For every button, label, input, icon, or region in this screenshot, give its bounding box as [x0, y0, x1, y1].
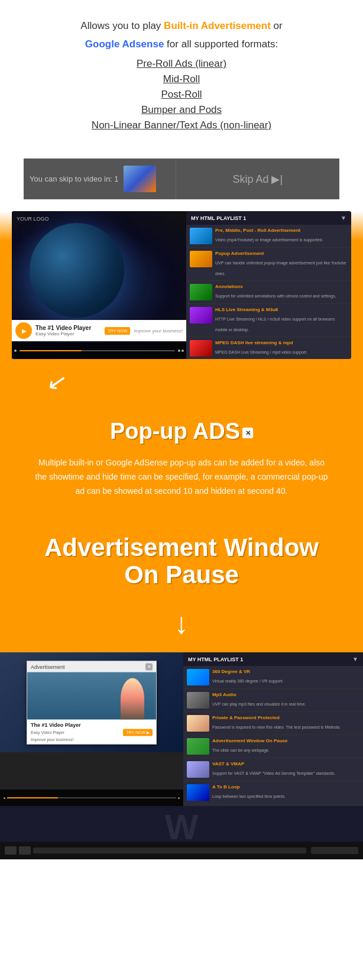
playlist-item-title-0: Pre, Middle, Post - Roll Advertisement: [215, 228, 348, 233]
bottom-playlist-title-3: Advertisement Window On Pause: [212, 738, 288, 743]
bottom-playlist-title-0: 360 Degree & VR: [212, 669, 284, 674]
bottom-playlist-desc-1: UVP can play mp3 files and visualize it …: [212, 702, 306, 706]
bottom-playlist-desc-3: The slide can be any webpage.: [212, 748, 270, 752]
ad-overlay-box: Advertisement ✕ The #1 Video Player Easy…: [27, 661, 157, 744]
skip-ad-button[interactable]: Skip Ad ▶|: [176, 159, 340, 199]
bottom-playlist-item-0[interactable]: 360 Degree & VR Virtual reality 360 degr…: [183, 666, 363, 689]
bottom-playlist-dropdown-icon[interactable]: ▼: [352, 656, 358, 662]
playlist-text-0: Pre, Middle, Post - Roll Advertisement V…: [215, 228, 348, 244]
player-logo: YOUR LOGO: [17, 216, 49, 222]
popup-ads-title: Pop-up ADS✕: [18, 419, 345, 444]
playlist-item-1[interactable]: Popup Advertisement UVP can handle unlim…: [186, 248, 351, 281]
player-ad-banner: The #1 Video Player Easy Video Player TR…: [12, 320, 186, 341]
ad-overlay-header-text: Advertisement: [31, 664, 65, 669]
bottom-video-still: Advertisement ✕ The #1 Video Player Easy…: [0, 652, 183, 752]
bottom-bar-button-1[interactable]: [5, 846, 17, 855]
fullscreen-dot: [182, 350, 184, 352]
google-adsense-text: Google Adsense: [85, 38, 164, 50]
bottom-playlist-desc-5: Loop between two specified time points.: [212, 794, 286, 798]
bottom-playlist-panel: MY HTML PLAYLIST 1 ▼ 360 Degree & VR Vir…: [183, 652, 363, 806]
bottom-player-mockup: YOUR LOGO Advertisement ✕ The #1 Video P…: [0, 652, 363, 806]
popup-ads-title-text: Pop-up ADS: [110, 419, 240, 444]
ad-overlay-sub: Easy Video Player: [31, 730, 64, 735]
formats-list: Pre-Roll Ads (linear) Mid-Roll Post-Roll…: [24, 58, 339, 131]
ad-overlay-try-button[interactable]: TRY NOW ▶: [123, 729, 153, 736]
bottom-playlist-item-3[interactable]: Advertisement Window On Pause The slide …: [183, 735, 363, 758]
bottom-progress-bar[interactable]: [7, 797, 176, 798]
playlist-item-desc-2: Support for unlimited annotations with u…: [215, 294, 336, 298]
volume-control-dot: [178, 350, 180, 352]
bottom-bar-button-2[interactable]: [19, 846, 31, 855]
playlist-item-4[interactable]: MPEG DASH live streaming & mpd MPEG DASH…: [186, 337, 351, 359]
playlist-item-desc-0: Video (mp4/Youtube) or image advertiseme…: [215, 238, 323, 242]
bottom-bar: [0, 842, 363, 859]
bottom-playlist-thumb-5: [187, 784, 209, 801]
progress-bar[interactable]: [20, 350, 175, 351]
progress-fill: [20, 350, 82, 351]
adwindow-title: Advertisement Window On Pause: [12, 534, 351, 588]
playlist-thumb-3: [190, 307, 212, 324]
bottom-playlist-thumb-2: [187, 715, 209, 732]
playlist-thumb-1: [190, 251, 212, 267]
playlist-text-2: Annotations Support for unlimited annota…: [215, 284, 348, 300]
playlist-dropdown-icon[interactable]: ▼: [341, 215, 346, 221]
ad-try-button[interactable]: TRY NOW: [105, 327, 130, 335]
bottom-bar-track: [33, 848, 306, 853]
bottom-playlist-header: MY HTML PLAYLIST 1 ▼: [183, 652, 363, 666]
bottom-playlist-item-5[interactable]: A To B Loop Loop between two specified t…: [183, 781, 363, 804]
ad-overlay-content: [27, 672, 156, 719]
skip-ad-demo: You can skip to video in: 1 Skip Ad ▶|: [24, 159, 339, 199]
bottom-play-icon: [4, 797, 5, 799]
bottom-curved-arrow-icon: ↓: [174, 606, 189, 641]
playlist-item-title-3: HLS Live Streaming & M3u8: [215, 307, 348, 312]
bottom-playlist-text-1: Mp3 Audio UVP can play mp3 files and vis…: [212, 692, 306, 708]
bottom-playlist-text-5: A To B Loop Loop between two specified t…: [212, 784, 286, 800]
bottom-playlist-text-0: 360 Degree & VR Virtual reality 360 degr…: [212, 669, 284, 685]
ad-play-button[interactable]: [15, 322, 32, 339]
playlist-title: MY HTML PLAYLIST 1: [191, 215, 246, 221]
ad-title: The #1 Video Player: [35, 325, 91, 331]
ad-overlay-header: Advertisement ✕: [27, 661, 156, 672]
format-non-linear: Non-Linear Banner/Text Ads (non-linear): [24, 119, 339, 131]
playlist-panel: MY HTML PLAYLIST 1 ▼ Pre, Middle, Post -…: [186, 211, 351, 359]
ad-subtitle: Easy Video Player: [35, 331, 91, 337]
bottom-playlist-desc-2: Password is required to view this video.…: [212, 725, 341, 729]
ad-overlay-bottom-row: Easy Video Player TRY NOW ▶: [31, 729, 153, 736]
playlist-item-3[interactable]: HLS Live Streaming & M3u8 HTTP Live Stre…: [186, 304, 351, 337]
playlist-text-4: MPEG DASH live streaming & mpd MPEG DASH…: [215, 340, 348, 356]
intro-text: Allows you to play: [80, 20, 161, 31]
playlist-item-0[interactable]: Pre, Middle, Post - Roll Advertisement V…: [186, 225, 351, 248]
playlist-header: MY HTML PLAYLIST 1 ▼: [186, 211, 351, 225]
ad-overlay-title: The #1 Video Player: [31, 722, 153, 727]
bottom-playlist-item-4[interactable]: VAST & VMAP Support for VAST & VMAP "Vid…: [183, 758, 363, 781]
playlist-item-2[interactable]: Annotations Support for unlimited annota…: [186, 281, 351, 304]
skip-ad-label: Skip Ad ▶|: [232, 173, 283, 186]
format-mid-roll: Mid-Roll: [24, 73, 339, 85]
ad-overlay-close-button[interactable]: ✕: [145, 663, 153, 670]
arrow-container: ↙: [0, 365, 363, 398]
playlist-item-title-2: Annotations: [215, 284, 348, 289]
ad-text-block: The #1 Video Player Easy Video Player: [35, 325, 91, 337]
ad-overlay-bottom: The #1 Video Player Easy Video Player TR…: [27, 719, 156, 743]
bottom-playlist-thumb-1: [187, 692, 209, 709]
format-pre-roll: Pre-Roll Ads (linear): [24, 58, 339, 70]
bottom-playlist-thumb-4: [187, 761, 209, 778]
bottom-playlist-item-1[interactable]: Mp3 Audio UVP can play mp3 files and vis…: [183, 689, 363, 712]
playlist-item-title-4: MPEG DASH live streaming & mpd: [215, 340, 348, 345]
playlist-text-3: HLS Live Streaming & M3u8 HTTP Live Stre…: [215, 307, 348, 334]
top-section: Allows you to play Built-in Advertisemen…: [0, 0, 363, 147]
playlist-thumb-0: [190, 228, 212, 244]
player-mockup: YOUR LOGO The #1 Video Player Easy Video…: [12, 211, 351, 359]
adwindow-title-line1: Advertisement Window: [44, 533, 319, 561]
bottom-playlist-item-2[interactable]: Private & Password Protected Password is…: [183, 712, 363, 735]
x-close-icon[interactable]: ✕: [242, 428, 253, 438]
bottom-playlist-title: MY HTML PLAYLIST 1: [188, 656, 243, 662]
curved-arrow-icon: ↙: [45, 367, 69, 397]
built-in-ad-text: Built-in Advertisement: [164, 20, 271, 31]
bottom-playlist-title-5: A To B Loop: [212, 784, 286, 790]
bottom-bar-search[interactable]: [311, 847, 358, 854]
bottom-playlist-text-3: Advertisement Window On Pause The slide …: [212, 738, 288, 754]
playlist-thumb-2: [190, 284, 212, 300]
player-controls: [12, 342, 186, 359]
format-bumper-pods: Bumper and Pods: [24, 104, 339, 116]
